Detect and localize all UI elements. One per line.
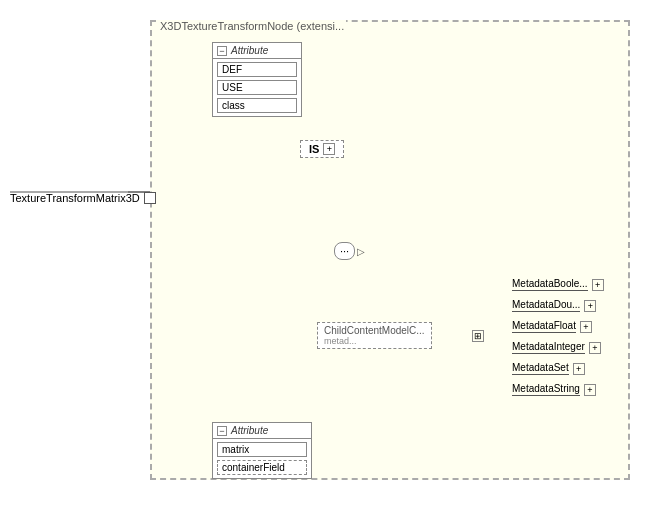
metadata-double-plus[interactable]: + bbox=[584, 300, 596, 312]
main-container-label: X3DTextureTransformNode (extensi... bbox=[158, 20, 346, 32]
metadata-set-label: MetadataSet bbox=[512, 362, 569, 375]
metadata-item-1: MetadataDou... + bbox=[512, 299, 604, 312]
child-content-sublabel: metad... bbox=[324, 336, 357, 346]
metadata-item-3: MetadataInteger + bbox=[512, 341, 604, 354]
attr-box-bottom-header: − Attribute bbox=[213, 423, 311, 439]
ellipsis-connector: ··· bbox=[334, 242, 371, 260]
metadata-integer-label: MetadataInteger bbox=[512, 341, 585, 354]
metadata-string-label: MetadataString bbox=[512, 383, 580, 396]
is-box: IS + bbox=[300, 140, 344, 158]
child-content-box: ChildContentModelC... metad... bbox=[317, 322, 432, 349]
attr-header-label: Attribute bbox=[231, 45, 268, 56]
seq-box[interactable]: ⊞ bbox=[472, 330, 484, 342]
attr-box-header: − Attribute bbox=[213, 43, 301, 59]
left-node-box[interactable] bbox=[144, 192, 156, 204]
ellipsis-box: ··· bbox=[334, 242, 355, 260]
is-plus-box[interactable]: + bbox=[323, 143, 335, 155]
minus-icon-bottom[interactable]: − bbox=[217, 426, 227, 436]
metadata-set-plus[interactable]: + bbox=[573, 363, 585, 375]
attr-item-matrix: matrix bbox=[217, 442, 307, 457]
left-node: TextureTransformMatrix3D bbox=[10, 192, 156, 204]
minus-icon[interactable]: − bbox=[217, 46, 227, 56]
is-label: IS bbox=[309, 143, 319, 155]
child-content-label: ChildContentModelC... bbox=[324, 325, 425, 336]
metadata-boolean-label: MetadataBoole... bbox=[512, 278, 588, 291]
metadata-integer-plus[interactable]: + bbox=[589, 342, 601, 354]
metadata-float-label: MetadataFloat bbox=[512, 320, 576, 333]
attr-item-def: DEF bbox=[217, 62, 297, 77]
metadata-item-4: MetadataSet + bbox=[512, 362, 604, 375]
arrow-right-icon bbox=[357, 245, 371, 257]
diagram-area: X3DTextureTransformNode (extensi... − At… bbox=[10, 10, 636, 506]
attr-item-use: USE bbox=[217, 80, 297, 95]
attr-item-containerfield: containerField bbox=[217, 460, 307, 475]
metadata-item-0: MetadataBoole... + bbox=[512, 278, 604, 291]
attr-box-bottom: − Attribute matrix containerField bbox=[212, 422, 312, 479]
metadata-item-5: MetadataString + bbox=[512, 383, 604, 396]
metadata-boolean-plus[interactable]: + bbox=[592, 279, 604, 291]
left-node-label: TextureTransformMatrix3D bbox=[10, 192, 140, 204]
seq-connector: ⊞ bbox=[472, 330, 484, 342]
attr-item-class: class bbox=[217, 98, 297, 113]
attr-bottom-header-label: Attribute bbox=[231, 425, 268, 436]
metadata-double-label: MetadataDou... bbox=[512, 299, 580, 312]
attr-box-top: − Attribute DEF USE class bbox=[212, 42, 302, 117]
metadata-nodes: MetadataBoole... + MetadataDou... + Meta… bbox=[512, 278, 604, 396]
metadata-string-plus[interactable]: + bbox=[584, 384, 596, 396]
main-container: X3DTextureTransformNode (extensi... − At… bbox=[150, 20, 630, 480]
metadata-float-plus[interactable]: + bbox=[580, 321, 592, 333]
metadata-item-2: MetadataFloat + bbox=[512, 320, 604, 333]
